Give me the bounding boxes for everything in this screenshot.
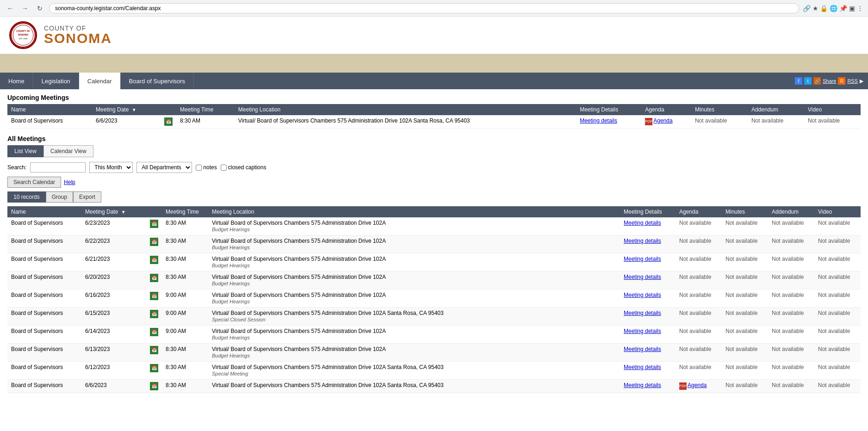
row-details[interactable]: Meeting details (620, 308, 676, 326)
row-location: Virtual/ Board of Supervisors Chambers 5… (208, 217, 620, 235)
row-addendum: Not available (768, 289, 814, 308)
upcoming-time: 8:30 AM (176, 115, 235, 129)
records-btn[interactable]: 10 records (7, 191, 46, 203)
row-location: Virtual/ Board of Supervisors Chambers 5… (208, 380, 620, 393)
row-time: 8:30 AM (162, 344, 208, 362)
row-agenda[interactable]: PDFAgenda (676, 380, 722, 393)
row-details[interactable]: Meeting details (620, 271, 676, 289)
col-name-up: Name (7, 104, 92, 115)
row-addendum: Not available (768, 344, 814, 362)
row-details[interactable]: Meeting details (620, 380, 676, 393)
row-time: 9:00 AM (162, 326, 208, 344)
col-addendum-up: Addendum (748, 104, 804, 115)
row-cal-icon[interactable]: 📅 (146, 344, 162, 362)
col-date[interactable]: Meeting Date ▼ (81, 206, 146, 217)
col-date-up[interactable]: Meeting Date ▼ (92, 104, 161, 115)
col-cal (146, 206, 162, 217)
row-name: Board of Supervisors (7, 380, 81, 393)
time-period-select[interactable]: This Month All This Week Next Week Last … (89, 162, 133, 173)
row-cal-icon[interactable]: 📅 (146, 235, 162, 253)
row-cal-icon[interactable]: 📅 (146, 362, 162, 380)
share-label[interactable]: Share (823, 78, 836, 84)
group-btn[interactable]: Group (46, 191, 73, 203)
upcoming-agenda[interactable]: PDFAgenda (641, 115, 691, 129)
nav-calendar[interactable]: Calendar (79, 73, 121, 89)
col-video-up: Video (804, 104, 861, 115)
row-details[interactable]: Meeting details (620, 253, 676, 271)
row-details[interactable]: Meeting details (620, 217, 676, 235)
agenda-link[interactable]: Agenda (688, 382, 707, 388)
row-cal-icon[interactable]: 📅 (146, 289, 162, 308)
row-video: Not available (814, 326, 861, 344)
upcoming-cal-icon[interactable]: 📅 (161, 115, 176, 129)
browser-bar: ← → ↻ 🔗 ★ 🔒 🌐 📌 ▣ ⋮ (0, 0, 868, 17)
row-agenda[interactable]: Not available (676, 362, 722, 380)
back-button[interactable]: ← (5, 3, 16, 14)
row-date: 6/21/2023 (81, 253, 146, 271)
notes-checkbox-label[interactable]: notes (196, 164, 217, 171)
search-input[interactable] (30, 162, 86, 172)
row-agenda[interactable]: Not available (676, 289, 722, 308)
address-bar[interactable] (49, 3, 799, 13)
row-agenda[interactable]: Not available (676, 253, 722, 271)
list-view-btn[interactable]: List View (7, 145, 43, 157)
upcoming-date: 6/6/2023 (92, 115, 161, 129)
department-select[interactable]: All Departments (136, 162, 192, 173)
row-agenda[interactable]: Not available (676, 235, 722, 253)
row-details[interactable]: Meeting details (620, 326, 676, 344)
row-cal-icon[interactable]: 📅 (146, 253, 162, 271)
row-time: 8:30 AM (162, 362, 208, 380)
share-icon[interactable]: 🔗 (813, 77, 821, 85)
forward-button[interactable]: → (19, 3, 31, 14)
row-cal-icon[interactable]: 📅 (146, 380, 162, 393)
nav-arrow[interactable]: ▶ (860, 78, 863, 84)
row-agenda[interactable]: Not available (676, 217, 722, 235)
agenda-na: Not available (679, 310, 711, 316)
nav-home[interactable]: Home (0, 73, 33, 89)
row-time: 8:30 AM (162, 380, 208, 393)
refresh-button[interactable]: ↻ (34, 3, 45, 14)
row-details[interactable]: Meeting details (620, 235, 676, 253)
row-cal-icon[interactable]: 📅 (146, 308, 162, 326)
row-addendum: Not available (768, 217, 814, 235)
notes-label: notes (203, 164, 217, 171)
row-minutes: Not available (722, 289, 768, 308)
row-details[interactable]: Meeting details (620, 344, 676, 362)
search-calendar-btn[interactable]: Search Calendar (7, 177, 61, 188)
upcoming-details[interactable]: Meeting details (576, 115, 641, 129)
twitter-icon[interactable]: t (804, 77, 812, 85)
row-cal-icon[interactable]: 📅 (146, 217, 162, 235)
row-video: Not available (814, 308, 861, 326)
table-row: Board of Supervisors 6/14/2023 📅 9:00 AM… (7, 326, 861, 344)
row-details[interactable]: Meeting details (620, 362, 676, 380)
table-row: Board of Supervisors 6/16/2023 📅 9:00 AM… (7, 289, 861, 308)
rss-label[interactable]: RSS (847, 78, 858, 84)
row-cal-icon[interactable]: 📅 (146, 271, 162, 289)
row-agenda[interactable]: Not available (676, 344, 722, 362)
upcoming-addendum: Not available (748, 115, 804, 129)
col-time: Meeting Time (162, 206, 208, 217)
nav-right-actions: f t 🔗 Share R RSS ▶ (795, 73, 868, 89)
captions-checkbox[interactable] (221, 165, 227, 171)
nav-board[interactable]: Board of Supervisors (121, 73, 194, 89)
row-minutes: Not available (722, 362, 768, 380)
row-agenda[interactable]: Not available (676, 308, 722, 326)
nav-legislation[interactable]: Legislation (33, 73, 79, 89)
calendar-view-btn[interactable]: Calendar View (43, 145, 93, 157)
notes-checkbox[interactable] (196, 165, 202, 171)
row-agenda[interactable]: Not available (676, 326, 722, 344)
row-date: 6/12/2023 (81, 362, 146, 380)
row-agenda[interactable]: Not available (676, 271, 722, 289)
facebook-icon[interactable]: f (795, 77, 802, 85)
captions-checkbox-label[interactable]: closed captions (221, 164, 267, 171)
logo-text: COUNTY OF SONOMA (44, 25, 112, 45)
row-details[interactable]: Meeting details (620, 289, 676, 308)
export-btn[interactable]: Export (73, 191, 101, 203)
row-addendum: Not available (768, 253, 814, 271)
row-video: Not available (814, 344, 861, 362)
row-addendum: Not available (768, 271, 814, 289)
help-link[interactable]: Help (64, 179, 75, 185)
rss-icon[interactable]: R (838, 77, 845, 85)
row-cal-icon[interactable]: 📅 (146, 326, 162, 344)
svg-text:COUNTY OF: COUNTY OF (16, 30, 30, 32)
